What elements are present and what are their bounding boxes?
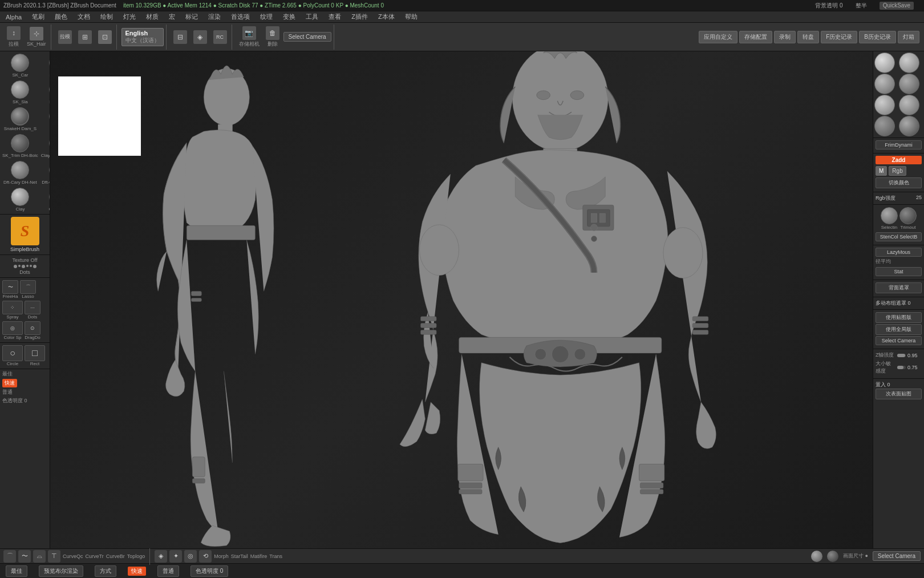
trans-btn[interactable]: ⟲ (199, 550, 212, 563)
turn-btn[interactable]: 转盘 (797, 31, 819, 43)
sphere-2[interactable] (899, 52, 919, 73)
menu-draw[interactable]: 绘制 (97, 11, 116, 22)
brush-sk-clay[interactable]: SK_Clay (40, 79, 50, 106)
sphere-small-1[interactable] (811, 551, 822, 562)
select-camera-dropdown[interactable]: Select Camera (283, 32, 331, 42)
switch-color-btn[interactable]: 切换颜色 (876, 177, 922, 188)
store-config-btn[interactable]: 存储配置 (739, 31, 772, 43)
sphere-small-2[interactable] (827, 551, 838, 562)
matifire-btn[interactable]: ◎ (184, 550, 197, 563)
menu-brush[interactable]: 笔刷 (29, 11, 48, 22)
sphere-3[interactable] (874, 74, 895, 94)
best-status-btn[interactable]: 最佳 (6, 565, 27, 577)
menu-zplugin[interactable]: Z插件 (348, 11, 371, 22)
mode-status-btn[interactable]: 方式 (95, 565, 116, 577)
menu-material[interactable]: 材质 (143, 11, 162, 22)
startail-btn[interactable]: ✦ (169, 550, 182, 563)
delete-btn[interactable]: 🗑 删除 (264, 25, 282, 49)
sphere-7[interactable] (874, 116, 895, 136)
sphere-4[interactable] (899, 74, 919, 94)
brush-cliftsme[interactable]: Clift/Sme (40, 187, 50, 213)
backface-btn[interactable]: 背面遮罩 (876, 282, 922, 293)
menu-render[interactable]: 渲染 (205, 11, 224, 22)
use-texture-btn[interactable]: 使用贴图版 (876, 312, 922, 323)
move-tool-btn[interactable]: ↕ 拉模 (5, 25, 23, 49)
lazymouse-btn[interactable]: LazyMous (876, 248, 922, 257)
colorsp-stroke[interactable]: ◎ Color Sp (2, 321, 23, 340)
lasso-stroke[interactable]: ⌒ Lasso (20, 280, 36, 299)
selectin-btn[interactable]: Selectin (881, 207, 898, 230)
sphere-1[interactable] (874, 52, 895, 73)
spray-stroke[interactable]: ⁘ Spray (2, 301, 23, 320)
unknown-btn[interactable]: 整半 (856, 2, 867, 10)
record-btn[interactable]: 录制 (774, 31, 796, 43)
stencol-btn[interactable]: StenCol SelectB (876, 232, 922, 241)
menu-macro[interactable]: 宏 (165, 11, 179, 22)
size-track[interactable] (897, 366, 906, 369)
preview-bool-btn[interactable]: 预览布尔渲染 (39, 565, 83, 577)
menu-zbody[interactable]: Z本体 (375, 11, 398, 22)
ctrl-btn-2[interactable]: ⊞ (76, 29, 94, 45)
brush-sk-sla[interactable]: SK_Sla (1, 79, 39, 106)
trimout-btn[interactable]: Trimout (899, 207, 917, 230)
use-full-btn[interactable]: 使用全局版 (876, 324, 922, 335)
canvas-area[interactable] (50, 51, 873, 548)
tool-extra-3[interactable]: RC (211, 29, 229, 45)
menu-tool[interactable]: 工具 (302, 11, 322, 22)
language-dropdown[interactable]: English 中文（汉语） (121, 28, 164, 46)
menu-preferences[interactable]: 首选项 (228, 11, 253, 22)
opacity-status-btn[interactable]: 色透明度 0 (191, 565, 228, 577)
brush-sk-trim[interactable]: SK_Trim (40, 52, 50, 79)
b-history-btn[interactable]: B历史记录 (859, 31, 896, 43)
menu-view[interactable]: 查看 (325, 11, 345, 22)
normal-status-btn[interactable]: 普通 (157, 565, 179, 577)
curve-qc-btn[interactable]: ⌒ (3, 550, 16, 563)
brush-clay[interactable]: Clay (1, 187, 39, 213)
brush-dft-clay[interactable]: Dft-Clay DH-Sld (40, 160, 50, 186)
tool-extra-2[interactable]: ◈ (191, 29, 209, 45)
menu-color[interactable]: 颜色 (51, 11, 71, 22)
subsurface-btn[interactable]: 次表面贴图 (876, 389, 922, 399)
menu-transform[interactable]: 变换 (279, 11, 299, 22)
ctrl-btn-1[interactable]: 拉模 (56, 29, 74, 45)
dots-stroke[interactable]: ··· Dots (25, 301, 40, 320)
simple-brush-icon[interactable]: S (11, 217, 39, 245)
brush-sk-trim-dh[interactable]: SK_Trim DH-Bolc (1, 133, 39, 159)
ctrl-btn-3[interactable]: ⊡ (96, 29, 114, 45)
rect-shape[interactable]: □ Rect (25, 345, 45, 366)
toplogo-btn[interactable]: ⊤ (48, 550, 60, 563)
fast-status-btn[interactable]: 快速 (128, 567, 146, 576)
frimdynamic-btn[interactable]: FrimDynami (876, 140, 922, 149)
store-camera-btn[interactable]: 📷 存储相机 (237, 25, 262, 49)
sphere-5[interactable] (874, 95, 895, 115)
morph-btn[interactable]: ◈ (155, 550, 167, 563)
quicksave-btn[interactable]: QuickSave (880, 2, 914, 10)
sphere-8[interactable] (899, 116, 919, 136)
select-camera-right-btn[interactable]: Select Camera (876, 336, 922, 345)
sk-hair-btn[interactable]: ⊹ SK_Hair (25, 26, 48, 48)
dragdo-stroke[interactable]: ⊙ DragDo (25, 321, 40, 340)
menu-texture[interactable]: 纹理 (257, 11, 276, 22)
menu-alpha[interactable]: Alpha (2, 13, 25, 22)
sphere-6[interactable] (899, 95, 919, 115)
menu-marker[interactable]: 标记 (182, 11, 201, 22)
mode-rgb-btn[interactable]: Rgb (889, 166, 906, 176)
fast-active-label[interactable]: 快速 (2, 379, 17, 387)
z-intensity-track[interactable] (897, 354, 906, 357)
bottom-select-camera[interactable]: Select Camera (873, 551, 921, 561)
brush-claybal-dh[interactable]: ClayBal DH-Bolc (40, 133, 50, 159)
brush-dft-cary[interactable]: Dft-Cary DH-Net (1, 160, 39, 186)
zadd-button[interactable]: Zadd (876, 156, 922, 164)
curve-tr-btn[interactable]: 〜 (18, 550, 31, 563)
menu-document[interactable]: 文档 (74, 11, 94, 22)
brush-sk-car[interactable]: SK_Car (1, 52, 39, 79)
freeh-stroke[interactable]: 〜 FreeHa (2, 280, 18, 299)
snap-btn[interactable]: Stat (876, 267, 922, 276)
tool-extra-1[interactable]: ⊟ (171, 29, 189, 45)
lights-btn[interactable]: 灯箱 (898, 31, 919, 43)
curve-br-btn[interactable]: ⌓ (33, 550, 46, 563)
brush-snakeh-dams[interactable]: SnakeH Dam_S (1, 106, 39, 132)
circle-shape[interactable]: ○ Circle (2, 345, 23, 366)
apply-custom-btn[interactable]: 应用自定义 (699, 31, 737, 43)
menu-help[interactable]: 帮助 (402, 11, 421, 22)
